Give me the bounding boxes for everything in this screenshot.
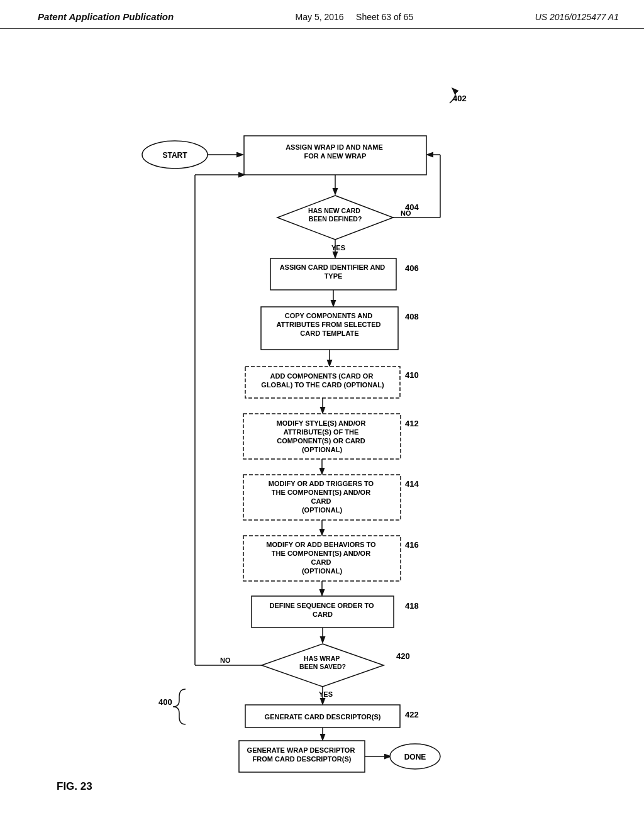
ref-412: 412 bbox=[405, 419, 419, 428]
done-label: DONE bbox=[404, 753, 426, 761]
sheet-label: Sheet 63 of 65 bbox=[356, 12, 413, 22]
flowchart-svg: 402 START ASSIGN WRAP ID AND NAME FOR A … bbox=[0, 29, 644, 796]
date-label: May 5, 2016 bbox=[296, 12, 344, 22]
n404-yes: YES bbox=[331, 244, 345, 252]
ref-408: 408 bbox=[405, 312, 419, 321]
n420-no: NO bbox=[220, 656, 231, 664]
n422-text: GENERATE CARD DESCRIPTOR(S) bbox=[265, 713, 381, 721]
flowchart-diagram: 402 START ASSIGN WRAP ID AND NAME FOR A … bbox=[0, 29, 644, 796]
ref-414: 414 bbox=[405, 479, 419, 489]
publication-label: Patent Application Publication bbox=[38, 11, 174, 22]
ref-410: 410 bbox=[405, 370, 419, 380]
ref-420: 420 bbox=[396, 651, 410, 661]
ref-418: 418 bbox=[405, 601, 419, 611]
ref-416: 416 bbox=[405, 540, 419, 550]
n404-no: NO bbox=[401, 209, 411, 217]
page-header: Patent Application Publication May 5, 20… bbox=[0, 0, 644, 29]
sheet-info: May 5, 2016 Sheet 63 of 65 bbox=[296, 12, 414, 22]
ref-400: 400 bbox=[158, 697, 172, 707]
start-label: START bbox=[162, 151, 187, 160]
ref-406: 406 bbox=[405, 263, 419, 273]
ref-422: 422 bbox=[405, 710, 419, 719]
n420-yes: YES bbox=[319, 690, 333, 698]
fig-label: FIG. 23 bbox=[57, 780, 92, 792]
n404-text: HAS NEW CARD BEEN DEFINED? bbox=[308, 207, 362, 223]
n420-text: HAS WRAP BEEN SAVED? bbox=[299, 655, 346, 670]
patent-number: US 2016/0125477 A1 bbox=[535, 12, 619, 22]
